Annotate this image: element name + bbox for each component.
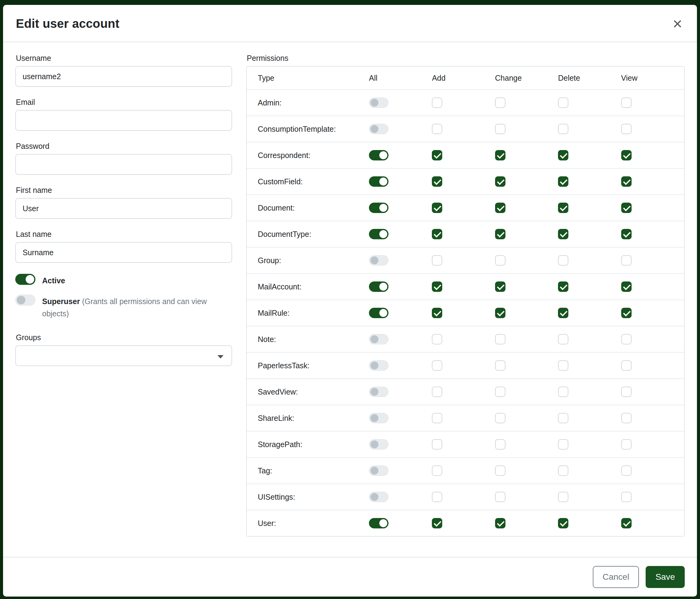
permission-view-checkbox[interactable] — [621, 176, 632, 187]
first-name-input[interactable] — [15, 198, 232, 219]
permission-add-checkbox[interactable] — [432, 465, 442, 476]
permission-all-toggle[interactable] — [369, 413, 389, 423]
permission-view-checkbox[interactable] — [621, 518, 632, 528]
permission-view-checkbox[interactable] — [621, 282, 632, 292]
permission-add-checkbox[interactable] — [432, 97, 442, 108]
permission-view-checkbox[interactable] — [621, 413, 632, 423]
password-input[interactable] — [15, 154, 232, 175]
permission-add-checkbox[interactable] — [432, 387, 442, 397]
permission-delete-checkbox[interactable] — [558, 492, 568, 502]
permission-all-toggle[interactable] — [369, 439, 389, 450]
permission-all-toggle[interactable] — [369, 176, 389, 187]
permission-delete-checkbox[interactable] — [558, 334, 568, 344]
permission-add-checkbox[interactable] — [432, 439, 442, 450]
permission-all-toggle[interactable] — [369, 282, 389, 292]
permission-change-checkbox[interactable] — [495, 229, 505, 239]
permission-view-checkbox[interactable] — [621, 387, 632, 397]
permission-all-toggle[interactable] — [369, 492, 389, 502]
column-header-view: View — [621, 74, 684, 82]
username-input[interactable] — [15, 66, 232, 87]
permission-view-checkbox[interactable] — [621, 255, 632, 266]
permission-change-checkbox[interactable] — [495, 282, 505, 292]
permission-delete-checkbox[interactable] — [558, 465, 568, 476]
permission-add-checkbox[interactable] — [432, 334, 442, 344]
superuser-toggle[interactable] — [15, 295, 35, 306]
permission-view-checkbox[interactable] — [621, 492, 632, 502]
permission-view-checkbox[interactable] — [621, 150, 632, 161]
permission-delete-checkbox[interactable] — [558, 282, 568, 292]
modal-footer: Cancel Save — [3, 557, 697, 597]
permission-add-checkbox[interactable] — [432, 176, 442, 187]
permission-add-checkbox[interactable] — [432, 518, 442, 528]
permission-change-checkbox[interactable] — [495, 492, 505, 502]
permission-view-checkbox[interactable] — [621, 97, 632, 108]
permission-change-checkbox[interactable] — [495, 360, 505, 371]
permission-view-checkbox[interactable] — [621, 308, 632, 318]
permission-change-checkbox[interactable] — [495, 202, 505, 213]
permission-all-toggle[interactable] — [369, 97, 389, 108]
permission-delete-checkbox[interactable] — [558, 176, 568, 187]
permission-all-toggle[interactable] — [369, 124, 389, 134]
permission-change-checkbox[interactable] — [495, 465, 505, 476]
permission-add-checkbox[interactable] — [432, 150, 442, 161]
groups-select[interactable] — [15, 345, 232, 366]
permission-add-checkbox[interactable] — [432, 360, 442, 371]
permission-add-checkbox[interactable] — [432, 413, 442, 423]
permission-view-checkbox[interactable] — [621, 202, 632, 213]
permission-delete-checkbox[interactable] — [558, 255, 568, 266]
permission-change-checkbox[interactable] — [495, 439, 505, 450]
permission-change-checkbox[interactable] — [495, 150, 505, 161]
permission-add-checkbox[interactable] — [432, 308, 442, 318]
permission-change-checkbox[interactable] — [495, 255, 505, 266]
permission-change-checkbox[interactable] — [495, 176, 505, 187]
permission-change-checkbox[interactable] — [495, 308, 505, 318]
permission-all-toggle[interactable] — [369, 229, 389, 239]
permission-all-toggle[interactable] — [369, 308, 389, 318]
permission-delete-checkbox[interactable] — [558, 413, 568, 423]
permission-all-toggle[interactable] — [369, 334, 389, 344]
permission-view-checkbox[interactable] — [621, 360, 632, 371]
permission-view-checkbox[interactable] — [621, 124, 632, 134]
permission-add-checkbox[interactable] — [432, 202, 442, 213]
permission-delete-checkbox[interactable] — [558, 150, 568, 161]
permission-change-checkbox[interactable] — [495, 387, 505, 397]
active-toggle[interactable] — [15, 274, 35, 285]
cancel-button[interactable]: Cancel — [593, 566, 639, 588]
permission-delete-checkbox[interactable] — [558, 439, 568, 450]
permission-delete-checkbox[interactable] — [558, 360, 568, 371]
permission-view-checkbox[interactable] — [621, 465, 632, 476]
permission-all-toggle[interactable] — [369, 387, 389, 397]
permission-all-toggle[interactable] — [369, 360, 389, 371]
permission-all-toggle[interactable] — [369, 518, 389, 528]
permission-change-checkbox[interactable] — [495, 97, 505, 108]
permission-delete-checkbox[interactable] — [558, 229, 568, 239]
permission-all-toggle[interactable] — [369, 202, 389, 213]
permission-view-checkbox[interactable] — [621, 334, 632, 344]
permission-add-checkbox[interactable] — [432, 124, 442, 134]
permission-add-checkbox[interactable] — [432, 492, 442, 502]
permission-add-checkbox[interactable] — [432, 229, 442, 239]
close-icon[interactable]: × — [671, 15, 684, 32]
permission-delete-checkbox[interactable] — [558, 518, 568, 528]
permission-delete-checkbox[interactable] — [558, 387, 568, 397]
permission-add-checkbox[interactable] — [432, 255, 442, 266]
save-button[interactable]: Save — [646, 566, 685, 588]
email-input[interactable] — [15, 110, 232, 131]
last-name-input[interactable] — [15, 242, 232, 263]
permission-delete-checkbox[interactable] — [558, 97, 568, 108]
modal-body: Username Email Password First name Last … — [3, 42, 697, 557]
permission-all-toggle[interactable] — [369, 150, 389, 161]
permission-delete-checkbox[interactable] — [558, 124, 568, 134]
permission-add-checkbox[interactable] — [432, 282, 442, 292]
permission-view-checkbox[interactable] — [621, 439, 632, 450]
permission-all-toggle[interactable] — [369, 465, 389, 476]
superuser-text: Superuser (Grants all permissions and ca… — [42, 295, 232, 320]
permission-change-checkbox[interactable] — [495, 518, 505, 528]
permission-change-checkbox[interactable] — [495, 413, 505, 423]
permission-all-toggle[interactable] — [369, 255, 389, 266]
permission-delete-checkbox[interactable] — [558, 202, 568, 213]
permission-change-checkbox[interactable] — [495, 334, 505, 344]
permission-change-checkbox[interactable] — [495, 124, 505, 134]
permission-view-checkbox[interactable] — [621, 229, 632, 239]
permission-delete-checkbox[interactable] — [558, 308, 568, 318]
